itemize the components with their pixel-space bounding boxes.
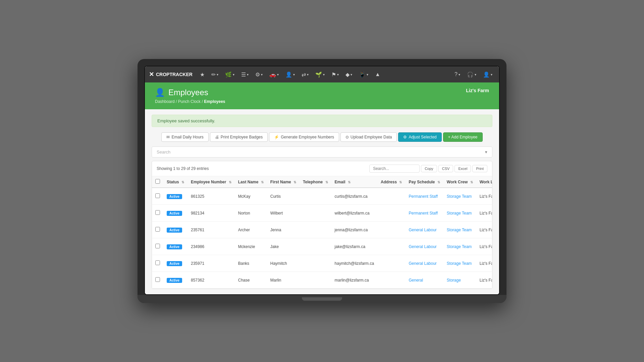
email-daily-hours-button[interactable]: ✉ Email Daily Hours (161, 132, 208, 142)
sort-icon[interactable]: ⇅ (470, 180, 473, 184)
row-checkbox[interactable] (155, 227, 160, 232)
row-checkbox[interactable] (155, 210, 160, 215)
row-work-locations: Liz's Farm (476, 272, 492, 289)
nav-transfer[interactable]: ⇄ ▾ (299, 70, 311, 79)
col-first-name: First Name ⇅ (267, 176, 300, 188)
row-telephone (300, 205, 331, 222)
nav-bookmark[interactable]: ★ (197, 70, 207, 79)
print-button[interactable]: Print (472, 165, 487, 172)
nav-mobile[interactable]: 📱 ▾ (356, 70, 371, 79)
action-bar: ✉ Email Daily Hours 🖨 Print Employee Bad… (152, 132, 492, 142)
nav-flag[interactable]: ⚑ ▾ (329, 70, 341, 79)
row-address (377, 255, 405, 272)
row-first-name: Jenna (267, 222, 300, 238)
row-telephone (300, 238, 331, 255)
row-pay-schedule: Permanent Staff (405, 205, 443, 222)
row-checkbox-cell (152, 222, 163, 238)
row-last-name: Norton (235, 205, 267, 222)
row-email: wilbert@lizsfarm.ca (331, 205, 378, 222)
row-email: curtis@lizsfarm.ca (331, 188, 378, 205)
status-badge: Active (167, 278, 182, 283)
row-last-name: Archer (235, 222, 267, 238)
work-crew-link[interactable]: Storage (447, 278, 461, 283)
row-checkbox[interactable] (155, 193, 160, 198)
nav-headset[interactable]: 🎧 ▾ (464, 70, 479, 79)
work-crew-link[interactable]: Storage Team (447, 244, 472, 249)
pay-schedule-link[interactable]: Permanent Staff (409, 211, 438, 216)
work-crew-link[interactable]: Storage Team (447, 261, 472, 266)
work-crew-link[interactable]: Storage Team (447, 211, 472, 216)
work-crew-link[interactable]: Storage Team (447, 228, 472, 232)
row-address (377, 222, 405, 238)
row-work-locations: Liz's Farm (476, 222, 492, 238)
row-checkbox-cell (152, 205, 163, 222)
generate-numbers-button[interactable]: ⚡ Generate Employee Numbers (269, 132, 339, 142)
row-employee-number: 235761 (187, 222, 235, 238)
nav-edit[interactable]: ✏ ▾ (209, 70, 221, 79)
row-first-name: Haymitch (267, 255, 300, 272)
sort-icon[interactable]: ⇅ (293, 180, 296, 184)
csv-button[interactable]: CSV (438, 165, 453, 172)
breadcrumb: Dashboard / Punch Clock / Employees (155, 99, 225, 104)
row-pay-schedule: General Labour (405, 222, 443, 238)
laptop-screen: ✕ CROPTRACKER ★ ✏ ▾ 🌿 ▾ ☰ ▾ ⚙ ▾ 🚗 ▾ 👤 ▾ … (144, 66, 500, 295)
row-employee-number: 235971 (187, 255, 235, 272)
excel-button[interactable]: Excel (454, 165, 471, 172)
row-checkbox[interactable] (155, 244, 160, 248)
sort-icon[interactable]: ⇅ (261, 180, 264, 184)
nav-leaf[interactable]: 🌿 ▾ (222, 70, 237, 79)
add-employee-button[interactable]: + Add Employee (443, 132, 483, 142)
nav-upload[interactable]: ▲ (372, 70, 383, 79)
row-pay-schedule: Permanent Staff (405, 188, 443, 205)
status-badge: Active (167, 194, 182, 199)
nav-user[interactable]: 👤 ▾ (480, 70, 495, 79)
pay-schedule-link[interactable]: Permanent Staff (409, 194, 438, 199)
pay-schedule-link[interactable]: General Labour (409, 261, 436, 266)
nav-help[interactable]: ? ▾ (452, 70, 463, 79)
row-email: haymitch@lizsfarm.ca (331, 255, 378, 272)
breadcrumb-current: Employees (204, 99, 225, 104)
row-work-crew: Storage Team (443, 238, 476, 255)
row-checkbox-cell (152, 238, 163, 255)
row-pay-schedule: General Labour (405, 255, 443, 272)
page-header: 👤 Employees Dashboard / Punch Clock / Em… (145, 82, 499, 109)
sort-icon[interactable]: ⇅ (181, 180, 184, 184)
nav-person[interactable]: 👤 ▾ (283, 70, 298, 79)
sort-icon[interactable]: ⇅ (348, 180, 351, 184)
sort-icon[interactable]: ⇅ (399, 180, 402, 184)
nav-vehicle[interactable]: 🚗 ▾ (267, 70, 281, 79)
copy-button[interactable]: Copy (421, 165, 437, 172)
nav-settings[interactable]: ⚙ ▾ (253, 70, 265, 79)
content-area: Employee saved successfully. ✉ Email Dai… (145, 109, 499, 294)
sort-icon[interactable]: ⇅ (437, 180, 440, 184)
sort-icon[interactable]: ⇅ (229, 180, 231, 184)
search-bar[interactable]: Search ▾ (152, 146, 492, 158)
col-work-locations: Work Locations ⇅ (476, 176, 492, 188)
row-first-name: Jake (267, 238, 300, 255)
pay-schedule-link[interactable]: General Labour (409, 244, 436, 249)
brand-logo[interactable]: ✕ CROPTRACKER (149, 71, 193, 78)
col-work-crew: Work Crew ⇅ (443, 176, 476, 188)
nav-diamond[interactable]: ◆ ▾ (343, 70, 355, 79)
upload-data-button[interactable]: ⊙ Upload Employee Data (340, 132, 397, 142)
row-work-locations: Liz's Farm (476, 255, 492, 272)
table-search-input[interactable] (369, 165, 420, 173)
work-crew-link[interactable]: Storage Team (447, 194, 472, 199)
row-checkbox[interactable] (155, 260, 160, 265)
pay-schedule-link[interactable]: General (409, 278, 423, 283)
select-all-header (152, 176, 163, 188)
adjust-selected-button[interactable]: ⚙ Adjust Selected (398, 132, 441, 142)
row-checkbox-cell (152, 188, 163, 205)
breadcrumb-dashboard[interactable]: Dashboard (155, 99, 175, 104)
breadcrumb-punch-clock[interactable]: Punch Clock (178, 99, 201, 104)
row-status: Active (163, 255, 187, 272)
nav-plant[interactable]: 🌱 ▾ (313, 70, 327, 79)
sort-icon[interactable]: ⇅ (325, 180, 328, 184)
select-all-checkbox[interactable] (155, 179, 160, 184)
nav-list[interactable]: ☰ ▾ (238, 70, 251, 79)
row-checkbox[interactable] (155, 277, 160, 282)
row-work-crew: Storage Team (443, 222, 476, 238)
table-toolbar: Showing 1 to 29 of 29 entries Copy CSV E… (152, 161, 492, 176)
pay-schedule-link[interactable]: General Labour (409, 228, 436, 232)
print-badges-button[interactable]: 🖨 Print Employee Badges (210, 132, 268, 142)
